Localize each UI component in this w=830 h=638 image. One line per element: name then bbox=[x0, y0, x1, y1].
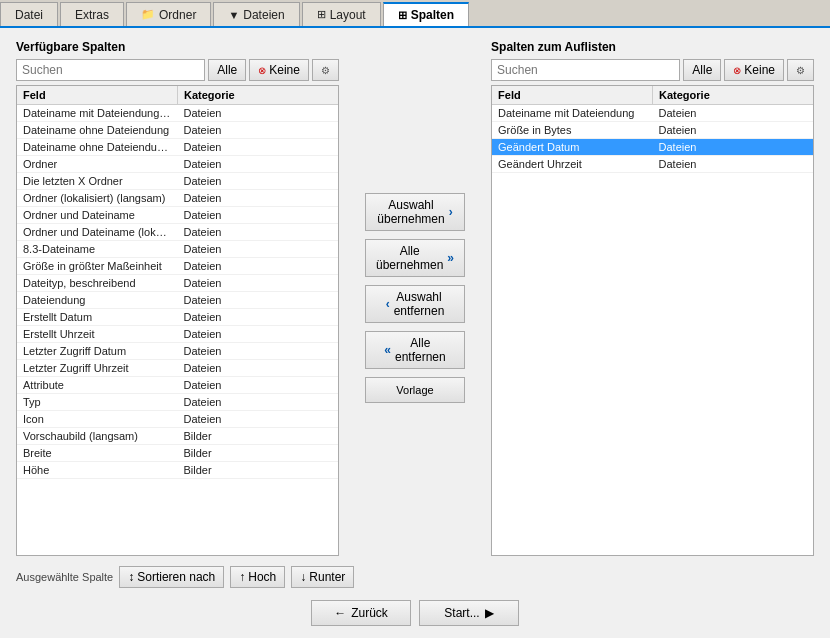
layout-tab-icon: ⊞ bbox=[317, 8, 326, 21]
left-cell-kategorie: Dateien bbox=[177, 292, 337, 308]
left-keine-button[interactable]: ⊗Keine bbox=[249, 59, 309, 81]
left-alle-button[interactable]: Alle bbox=[208, 59, 246, 81]
right-config-button[interactable]: ⚙ bbox=[787, 59, 814, 81]
bottom-toolbar: Ausgewählte Spalte ↕ Sortieren nach ↑ Ho… bbox=[16, 566, 814, 588]
left-cell-feld: Dateityp, beschreibend bbox=[17, 275, 177, 291]
left-cell-kategorie: Bilder bbox=[177, 445, 337, 461]
tab-datei[interactable]: Datei bbox=[0, 2, 58, 26]
alle-entfernen-label: Alleentfernen bbox=[395, 336, 446, 364]
left-list-row[interactable]: Die letzten X OrdnerDateien bbox=[17, 173, 338, 190]
left-list-row[interactable]: AttributeDateien bbox=[17, 377, 338, 394]
left-header-feld: Feld bbox=[17, 86, 178, 104]
extras-tab-label: Extras bbox=[75, 8, 109, 22]
left-cell-feld: Letzter Zugriff Uhrzeit bbox=[17, 360, 177, 376]
vorlage-button[interactable]: Vorlage bbox=[365, 377, 465, 403]
runter-label: Runter bbox=[309, 570, 345, 584]
auswahl-entfernen-button[interactable]: ‹ Auswahlentfernen bbox=[365, 285, 465, 323]
tab-layout[interactable]: ⊞Layout bbox=[302, 2, 381, 26]
alle-uebernehmen-button[interactable]: Alleübernehmen » bbox=[365, 239, 465, 277]
left-cell-feld: Erstellt Uhrzeit bbox=[17, 326, 177, 342]
tab-ordner[interactable]: 📁Ordner bbox=[126, 2, 211, 26]
left-list-row[interactable]: Ordner und DateinameDateien bbox=[17, 207, 338, 224]
left-list-container[interactable]: Feld Kategorie Dateiname mit Dateiendung… bbox=[16, 85, 339, 556]
right-keine-button[interactable]: ⊗Keine bbox=[724, 59, 784, 81]
left-list-row[interactable]: Ordner und Dateiname (lokalisi...Dateien bbox=[17, 224, 338, 241]
right-search-input[interactable] bbox=[491, 59, 680, 81]
left-keine-label: Keine bbox=[269, 63, 300, 77]
right-list-row[interactable]: Geändert UhrzeitDateien bbox=[492, 156, 813, 173]
left-cell-feld: Höhe bbox=[17, 462, 177, 478]
arrow-right-single-icon: › bbox=[449, 205, 453, 219]
left-cell-kategorie: Dateien bbox=[177, 258, 337, 274]
left-cell-feld: Ordner und Dateiname (lokalisi... bbox=[17, 224, 177, 240]
nav-buttons: ← Zurück Start... ▶ bbox=[16, 600, 814, 626]
left-cell-feld: Letzter Zugriff Datum bbox=[17, 343, 177, 359]
left-list-row[interactable]: Dateiname ohne Dateiendung (...Dateien bbox=[17, 139, 338, 156]
left-cell-kategorie: Dateien bbox=[177, 173, 337, 189]
left-header-kategorie: Kategorie bbox=[178, 86, 338, 104]
left-cell-feld: Ordner bbox=[17, 156, 177, 172]
right-list-row[interactable]: Dateiname mit DateiendungDateien bbox=[492, 105, 813, 122]
right-alle-button[interactable]: Alle bbox=[683, 59, 721, 81]
dateien-tab-label: Dateien bbox=[243, 8, 284, 22]
left-cell-kategorie: Dateien bbox=[177, 105, 337, 121]
right-cell-feld: Dateiname mit Dateiendung bbox=[492, 105, 652, 121]
left-cell-kategorie: Dateien bbox=[177, 122, 337, 138]
auswahl-uebernehmen-button[interactable]: Auswahlübernehmen › bbox=[365, 193, 465, 231]
left-cell-feld: 8.3-Dateiname bbox=[17, 241, 177, 257]
right-keine-label: Keine bbox=[744, 63, 775, 77]
left-cell-feld: Attribute bbox=[17, 377, 177, 393]
left-list-row[interactable]: Vorschaubild (langsam)Bilder bbox=[17, 428, 338, 445]
left-list-row[interactable]: IconDateien bbox=[17, 411, 338, 428]
right-list-row[interactable]: Größe in BytesDateien bbox=[492, 122, 813, 139]
left-list-row[interactable]: Erstellt DatumDateien bbox=[17, 309, 338, 326]
left-list-row[interactable]: Größe in größter MaßeinheitDateien bbox=[17, 258, 338, 275]
hoch-button[interactable]: ↑ Hoch bbox=[230, 566, 285, 588]
tab-bar: DateiExtras📁Ordner▼Dateien⊞Layout⊞Spalte… bbox=[0, 0, 830, 28]
tab-spalten[interactable]: ⊞Spalten bbox=[383, 2, 469, 26]
right-cell-feld: Geändert Uhrzeit bbox=[492, 156, 652, 172]
left-panel-toolbar: Alle ⊗Keine ⚙ bbox=[16, 59, 339, 81]
sortieren-button[interactable]: ↕ Sortieren nach bbox=[119, 566, 224, 588]
start-label: Start... bbox=[444, 606, 479, 620]
left-list-row[interactable]: Letzter Zugriff UhrzeitDateien bbox=[17, 360, 338, 377]
left-cell-feld: Dateiendung bbox=[17, 292, 177, 308]
right-cell-feld: Geändert Datum bbox=[492, 139, 652, 155]
right-cell-kategorie: Dateien bbox=[653, 156, 813, 172]
zurueck-button[interactable]: ← Zurück bbox=[311, 600, 411, 626]
left-list-header: Feld Kategorie bbox=[17, 86, 338, 105]
zurueck-icon: ← bbox=[334, 606, 346, 620]
left-list-row[interactable]: Dateiname mit Dateiendung (lo...Dateien bbox=[17, 105, 338, 122]
left-list-row[interactable]: Ordner (lokalisiert) (langsam)Dateien bbox=[17, 190, 338, 207]
sort-area: Ausgewählte Spalte ↕ Sortieren nach ↑ Ho… bbox=[16, 566, 354, 588]
left-list-row[interactable]: Dateiname ohne DateiendungDateien bbox=[17, 122, 338, 139]
left-cell-feld: Ordner (lokalisiert) (langsam) bbox=[17, 190, 177, 206]
left-list-row[interactable]: DateiendungDateien bbox=[17, 292, 338, 309]
left-config-button[interactable]: ⚙ bbox=[312, 59, 339, 81]
left-list-row[interactable]: BreiteBilder bbox=[17, 445, 338, 462]
start-icon: ▶ bbox=[485, 606, 494, 620]
left-cell-feld: Vorschaubild (langsam) bbox=[17, 428, 177, 444]
left-cell-feld: Erstellt Datum bbox=[17, 309, 177, 325]
left-list-row[interactable]: HöheBilder bbox=[17, 462, 338, 479]
right-list-container[interactable]: Feld Kategorie Dateiname mit Dateiendung… bbox=[491, 85, 814, 556]
tab-dateien[interactable]: ▼Dateien bbox=[213, 2, 299, 26]
left-list-row[interactable]: Erstellt UhrzeitDateien bbox=[17, 326, 338, 343]
left-list-row[interactable]: Dateityp, beschreibendDateien bbox=[17, 275, 338, 292]
spalten-tab-icon: ⊞ bbox=[398, 9, 407, 22]
tab-extras[interactable]: Extras bbox=[60, 2, 124, 26]
arrow-right-double-icon: » bbox=[447, 251, 454, 265]
left-list-row[interactable]: OrdnerDateien bbox=[17, 156, 338, 173]
alle-entfernen-button[interactable]: « Alleentfernen bbox=[365, 331, 465, 369]
panels-row: Verfügbare Spalten Alle ⊗Keine ⚙ Feld Ka… bbox=[16, 40, 814, 556]
arrow-left-double-icon: « bbox=[384, 343, 391, 357]
start-button[interactable]: Start... ▶ bbox=[419, 600, 519, 626]
left-list-row[interactable]: TypDateien bbox=[17, 394, 338, 411]
ordner-tab-icon: 📁 bbox=[141, 8, 155, 21]
left-list-row[interactable]: 8.3-DateinameDateien bbox=[17, 241, 338, 258]
right-list-row[interactable]: Geändert DatumDateien bbox=[492, 139, 813, 156]
left-search-input[interactable] bbox=[16, 59, 205, 81]
runter-button[interactable]: ↓ Runter bbox=[291, 566, 354, 588]
right-cell-kategorie: Dateien bbox=[653, 139, 813, 155]
left-list-row[interactable]: Letzter Zugriff DatumDateien bbox=[17, 343, 338, 360]
